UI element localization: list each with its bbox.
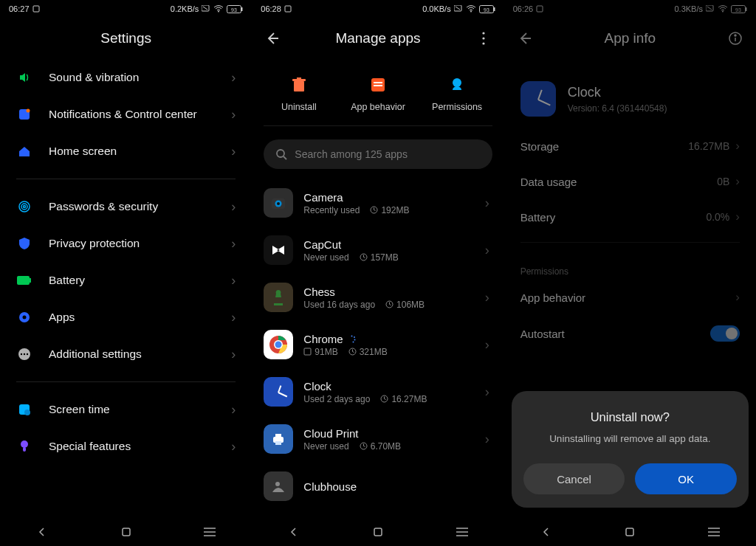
svg-rect-40 [297,77,301,79]
nav-back[interactable] [279,527,309,537]
info-row-datausage[interactable]: Data usage 0B › [504,164,756,199]
sim-icon [32,5,40,13]
status-bar: 06:28 0.0KB/s 93 [252,0,504,18]
more-button[interactable] [475,30,492,47]
back-button[interactable] [516,30,534,47]
app-behavior-action[interactable]: App behavior [341,75,415,112]
app-info-pane: 06:26 0.3KB/s 93 App info Clock Version:… [504,0,756,546]
chevron-right-icon: › [485,432,489,447]
battery-icon [16,272,32,288]
app-row-chess[interactable]: Chess Used 16 days ago 106MB › [252,274,504,321]
autostart-toggle[interactable] [710,325,740,342]
nav-recents[interactable] [195,528,224,536]
svg-rect-65 [275,441,281,445]
apps-list[interactable]: Camera Recently used 192MB › CapCut Neve… [252,179,504,546]
app-subtitle: Never used [303,441,348,452]
settings-pane: 06:27 0.2KB/s 93 Settings Sound & vibrat… [0,0,252,546]
app-row-chrome[interactable]: Chrome 91MB 321MB › [252,321,504,368]
settings-item-privacy[interactable]: Privacy protection › [0,225,252,262]
print-icon [264,424,293,454]
battery-icon: 93 [731,5,747,13]
settings-item-notifications[interactable]: Notifications & Control center › [0,96,252,133]
no-mobile-data-icon [706,5,715,13]
settings-item-label: Special features [49,440,131,453]
settings-item-battery[interactable]: Battery › [0,262,252,299]
app-subtitle: Used 16 days ago [303,300,375,310]
svg-rect-38 [294,81,304,91]
app-row-clock[interactable]: Clock Used 2 days ago 16.27MB › [252,368,504,415]
info-button[interactable] [726,30,744,47]
nav-recents[interactable] [699,528,729,536]
status-time: 06:28 [261,4,281,13]
nav-home[interactable] [111,527,141,537]
settings-item-label: Screen time [49,403,110,416]
app-size: 157MB [371,252,399,263]
title-row: App info [504,18,756,59]
chrome-icon [264,330,293,359]
hourglass-icon [16,401,32,418]
loading-spinner-icon [348,335,356,343]
svg-point-80 [735,35,736,36]
uninstall-action[interactable]: Uninstall [262,75,336,112]
svg-rect-76 [746,7,747,11]
info-row-autostart[interactable]: Autostart [504,315,756,352]
svg-text:93: 93 [735,7,741,12]
navigation-bar [252,518,504,546]
settings-item-label: Battery [49,274,85,287]
info-row-battery[interactable]: Battery 0.0% › [504,199,756,235]
storage-icon [370,206,378,214]
page-title: Settings [100,30,151,46]
nav-home[interactable] [615,527,645,537]
settings-item-screentime[interactable]: Screen time › [0,391,252,428]
svg-rect-60 [304,348,311,355]
settings-item-security[interactable]: Passwords & security › [0,188,252,225]
app-name: Chess [303,286,474,298]
divider [520,242,740,243]
svg-point-8 [27,109,30,113]
svg-rect-39 [292,79,306,81]
app-row-camera[interactable]: Camera Recently used 192MB › [252,179,504,227]
permissions-icon [447,75,467,94]
svg-line-73 [707,7,712,10]
settings-item-label: Notifications & Control center [49,108,197,121]
svg-point-22 [21,440,28,448]
nav-home[interactable] [363,527,393,537]
status-rate: 0.0KB/s [422,4,451,13]
nav-back[interactable] [27,527,57,537]
settings-list: Sound & vibration › Notifications & Cont… [0,59,252,546]
chevron-right-icon: › [231,439,236,455]
permissions-action[interactable]: Permissions [420,75,494,112]
settings-item-additional[interactable]: Additional settings › [0,336,252,373]
search-input[interactable]: Search among 125 apps [264,139,492,169]
settings-item-home[interactable]: Home screen › [0,133,252,170]
row-label: Autostart [520,328,565,340]
settings-item-apps[interactable]: Apps › [0,299,252,336]
chess-icon [264,283,293,312]
settings-item-sound[interactable]: Sound & vibration › [0,59,252,96]
row-value: 0B [717,176,729,187]
info-row-storage[interactable]: Storage 16.27MB › [504,128,756,164]
uninstall-dialog: Uninstall now? Uninstalling will remove … [512,391,749,508]
info-row-app-behavior[interactable]: App behavior › [504,280,756,315]
app-size: 321MB [360,347,388,357]
status-rate: 0.3KB/s [674,4,703,13]
nav-back[interactable] [532,527,561,537]
app-row-cloudprint[interactable]: Cloud Print Never used 6.70MB › [252,415,504,463]
fingerprint-icon [16,198,32,215]
nav-recents[interactable] [447,528,477,536]
svg-point-56 [351,335,352,336]
app-name: Camera [303,191,474,204]
status-time: 06:26 [513,4,534,13]
chevron-right-icon: › [231,70,236,86]
app-row-capcut[interactable]: CapCut Never used 157MB › [252,227,504,274]
ok-button[interactable]: OK [635,463,737,494]
divider [16,179,236,179]
app-name: Clock [568,85,667,100]
back-button[interactable] [264,30,281,47]
svg-rect-23 [23,447,26,452]
settings-item-special[interactable]: Special features › [0,428,252,465]
svg-text:93: 93 [231,7,237,12]
cancel-button[interactable]: Cancel [523,463,625,494]
clubhouse-icon [264,471,293,501]
app-row-clubhouse[interactable]: Clubhouse [252,463,504,502]
